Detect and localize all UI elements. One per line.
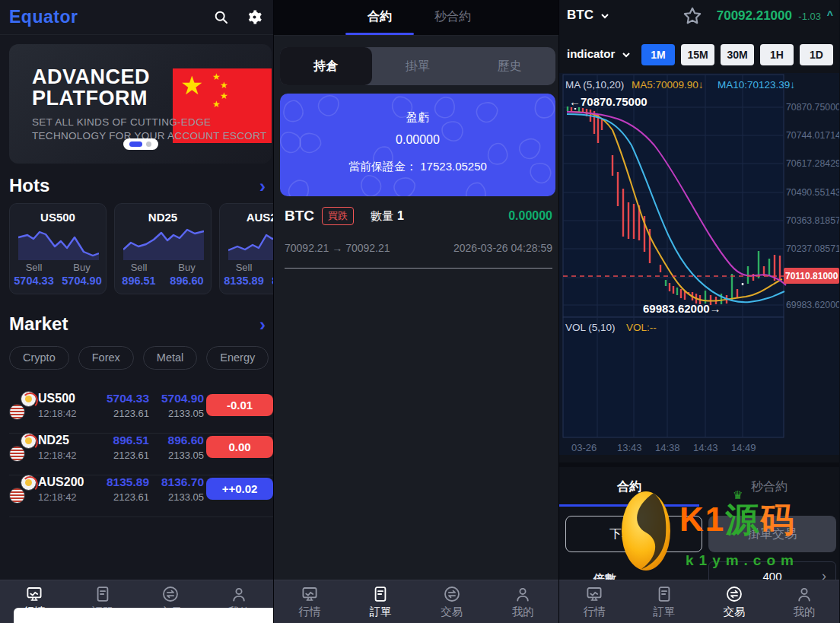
- hot-card-us500[interactable]: US500 Sell 5704.33 Buy 5704.90: [9, 203, 107, 294]
- timeframe-1h[interactable]: 1H: [760, 44, 794, 65]
- market-order-button[interactable]: 下單交易: [565, 516, 702, 552]
- subtab-history[interactable]: 歷史: [463, 47, 555, 85]
- svg-text:03-26: 03-26: [571, 442, 597, 453]
- buy-price: 896.60: [163, 275, 211, 287]
- pnl-value: 0.00000: [280, 133, 555, 147]
- carousel-dots[interactable]: [123, 138, 158, 150]
- nav-item-trade[interactable]: 交易: [416, 580, 488, 623]
- market-icon: [25, 585, 43, 603]
- caret-up-icon[interactable]: ^: [827, 9, 833, 21]
- position-row-btc[interactable]: BTC 買跌 數量1 0.00000 70092.21 → 70092.21 2…: [285, 207, 552, 254]
- row-change-badge[interactable]: 0.00: [206, 436, 273, 458]
- timeframe-30m[interactable]: 30M: [721, 44, 754, 65]
- timeframe-1m[interactable]: 1M: [641, 44, 675, 65]
- buy-label: Buy: [268, 262, 273, 273]
- nav-item-trade[interactable]: 交易: [699, 580, 769, 623]
- current-price-tag-value: 70110.81000: [785, 271, 838, 281]
- instrument-pair-icon: [9, 431, 38, 463]
- market-tab-energy[interactable]: Energy: [206, 346, 269, 370]
- row-buy-depth: 2133.05: [149, 450, 204, 461]
- row-buy-depth: 2133.05: [149, 491, 204, 503]
- banner-title-line1: ADVANCED: [32, 67, 150, 87]
- timeframe-buttons: 1M 15M 30M 1H 1D: [641, 44, 833, 65]
- orders-tab-bar: 合約 秒合約: [274, 0, 558, 36]
- favorite-star-icon[interactable]: [682, 6, 702, 26]
- app-root: Equator ★ ★ ★ ★ ★ ADVANCED PLATFORM SET …: [0, 0, 840, 623]
- nav-item-mine[interactable]: 我的: [488, 580, 559, 623]
- hot-cards-row: US500 Sell 5704.33 Buy 5704.90 ND25: [0, 203, 273, 296]
- price-chart[interactable]: MA (5,10,20) MA5:70009.90↓ MA10:70123.39…: [559, 73, 839, 455]
- tab-contract[interactable]: 合約: [344, 0, 415, 35]
- row-change-badge[interactable]: -0.01: [206, 394, 273, 416]
- sell-label: Sell: [115, 262, 163, 273]
- quantity: 數量1: [371, 209, 404, 224]
- svg-text:70870.75000: 70870.75000: [786, 102, 839, 113]
- buy-price: 8136.70: [268, 275, 273, 287]
- sell-price: 8135.89: [220, 275, 268, 287]
- buy-label: Buy: [58, 262, 106, 273]
- trade-icon: [161, 585, 180, 603]
- position-prices: 70092.21 → 70092.21: [285, 242, 390, 254]
- margin-label: 當前保證金：: [348, 160, 417, 173]
- market-icon: [301, 585, 319, 603]
- market-row-aus200[interactable]: AUS200 12:18:42 8135.89 2123.61 8136.70 …: [0, 468, 273, 510]
- tab-seconds-contract[interactable]: 秒合約: [699, 467, 839, 507]
- ma5-value: MA5:70009.90↓: [632, 79, 704, 91]
- market-tab-forex[interactable]: Forex: [78, 346, 134, 370]
- position-datetime: 2026-03-26 04:28:59: [453, 242, 552, 254]
- market-row-us500[interactable]: US500 12:18:42 5704.33 2123.61 5704.90 2…: [0, 384, 273, 426]
- market-icon: [585, 585, 603, 603]
- bottom-nav-middle: 行情 訂單 交易 我的: [274, 580, 558, 623]
- hot-card-aus200[interactable]: AUS200 Sell 8135.89 Buy 8136.70: [219, 203, 273, 294]
- row-symbol: US500: [38, 392, 102, 405]
- high-annotation: ←70870.75000: [569, 95, 648, 108]
- buy-price: 5704.90: [58, 275, 106, 287]
- row-buy-price: 8136.70: [149, 475, 204, 489]
- nav-item-orders[interactable]: 訂單: [629, 580, 699, 623]
- bottom-white-strip: [14, 608, 273, 623]
- nav-item-mine[interactable]: 我的: [769, 580, 839, 623]
- market-more-chevron-icon[interactable]: ›: [259, 316, 266, 334]
- hots-more-chevron-icon[interactable]: ›: [259, 177, 266, 195]
- position-profit: 0.00000: [508, 209, 552, 223]
- svg-text:14:49: 14:49: [731, 442, 756, 453]
- row-change-badge[interactable]: ++0.02: [206, 478, 273, 500]
- symbol-selector[interactable]: BTC: [567, 8, 609, 23]
- market-row-nd25[interactable]: ND25 12:18:42 896.51 2123.61 896.60 2133…: [0, 426, 273, 468]
- subtab-pending[interactable]: 掛單: [372, 47, 464, 85]
- tab-contract[interactable]: 合約: [559, 467, 699, 507]
- market-filter-tabs: Crypto Forex Metal Energy CFD: [0, 346, 273, 370]
- panel-market-home: Equator ★ ★ ★ ★ ★ ADVANCED PLATFORM SET …: [0, 0, 274, 623]
- current-price: 70092.21000: [717, 8, 792, 24]
- subtab-positions[interactable]: 持倉: [280, 47, 372, 85]
- row-sell-depth: 2123.61: [102, 491, 149, 503]
- gear-icon[interactable]: [247, 9, 262, 25]
- vol-value: VOL:--: [626, 322, 657, 333]
- margin-line: 當前保證金： 17523.05250: [280, 160, 555, 174]
- row-sell-depth: 2123.61: [102, 408, 149, 419]
- carousel-dot[interactable]: [146, 141, 151, 147]
- direction-badge: 買跌: [322, 207, 354, 225]
- carousel-dot-active[interactable]: [129, 141, 142, 147]
- nav-item-market[interactable]: 行情: [559, 580, 629, 623]
- row-sell-price: 896.51: [102, 434, 149, 447]
- hot-card-nd25[interactable]: ND25 Sell 896.51 Buy 896.60: [114, 203, 212, 294]
- indicator-selector[interactable]: indicator: [567, 47, 631, 60]
- timeframe-1d[interactable]: 1D: [800, 44, 833, 65]
- svg-text:14:38: 14:38: [655, 442, 680, 453]
- buy-label: Buy: [163, 262, 211, 273]
- nav-item-orders[interactable]: 訂單: [345, 580, 417, 623]
- pending-order-button[interactable]: 掛單交易: [708, 516, 836, 552]
- nav-item-market[interactable]: 行情: [274, 580, 345, 623]
- tab-seconds-contract[interactable]: 秒合約: [417, 0, 488, 35]
- trade-icon: [443, 585, 461, 603]
- instrument-pair-icon: [9, 389, 38, 421]
- promo-banner[interactable]: ★ ★ ★ ★ ★ ADVANCED PLATFORM SET ALL KIND…: [9, 44, 272, 164]
- search-icon[interactable]: [213, 9, 229, 25]
- market-tab-crypto[interactable]: Crypto: [9, 346, 69, 370]
- timeframe-15m[interactable]: 15M: [681, 44, 714, 65]
- ma10-value: MA10:70123.39↓: [718, 79, 795, 91]
- sparkline: [18, 227, 99, 260]
- market-tab-metal[interactable]: Metal: [143, 346, 197, 370]
- sell-price: 5704.33: [10, 275, 58, 287]
